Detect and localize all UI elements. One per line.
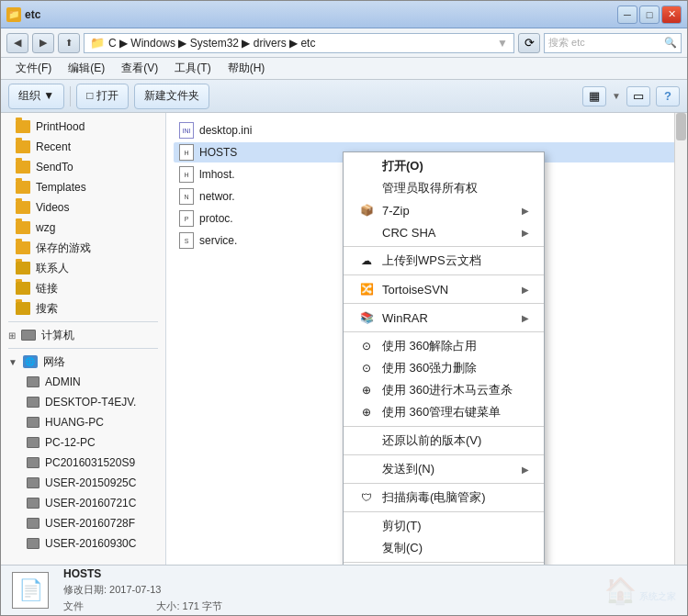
ctx-label-22: 剪切(T): [382, 518, 529, 534]
sidebar-item-desktop-t4ejv[interactable]: DESKTOP-T4EJV.: [1, 392, 165, 412]
computer-sub-icon: [27, 457, 39, 468]
file-name-lmhost: lmhost.: [199, 168, 235, 181]
computer-sub-icon: [27, 518, 39, 529]
view-button-1[interactable]: ▦: [582, 86, 606, 106]
ctx-separator-4: [344, 246, 544, 247]
sidebar-item-searches[interactable]: 搜索: [1, 298, 165, 319]
ctx-separator-24: [344, 562, 544, 563]
refresh-button[interactable]: ⟳: [518, 33, 540, 53]
sidebar-item-pc12[interactable]: PC-12-PC: [1, 432, 165, 453]
menu-file[interactable]: 文件(F): [8, 59, 59, 78]
computer-sub-icon: [27, 477, 39, 488]
organize-button[interactable]: 组织 ▼: [8, 84, 64, 109]
protoc-file-icon: P: [179, 210, 194, 227]
sidebar-label-admin: ADMIN: [45, 375, 81, 388]
menu-view[interactable]: 查看(V): [114, 59, 165, 78]
ctx-item-11[interactable]: ⊙使用 360解除占用: [344, 335, 544, 357]
open-button[interactable]: □ 打开: [76, 84, 129, 109]
address-input[interactable]: 📁 C ▶ Windows ▶ System32 ▶ drivers ▶ etc…: [84, 33, 514, 53]
up-button[interactable]: ⬆: [58, 33, 80, 53]
sidebar-label-templates: Templates: [36, 181, 86, 194]
ctx-label-11: 使用 360解除占用: [382, 338, 529, 354]
ctx-item-2[interactable]: 📦7-Zip▶: [344, 199, 544, 221]
help-button[interactable]: ?: [656, 86, 680, 106]
organize-label: 组织 ▼: [18, 88, 54, 104]
sidebar-item-recent[interactable]: Recent: [1, 137, 165, 157]
sidebar-item-wzg[interactable]: wzg: [1, 218, 165, 238]
computer-sub-icon: [27, 538, 39, 549]
sidebar-label-computer: 计算机: [41, 328, 74, 343]
ctx-label-13: 使用 360进行木马云查杀: [382, 382, 529, 398]
menu-bar: 文件(F) 编辑(E) 查看(V) 工具(T) 帮助(H): [1, 58, 687, 80]
ctx-item-23[interactable]: 复制(C): [344, 537, 544, 559]
sidebar-label-searches: 搜索: [36, 301, 58, 317]
sidebar-item-templates[interactable]: Templates: [1, 177, 165, 197]
menu-help[interactable]: 帮助(H): [220, 59, 273, 78]
search-icon: 🔍: [664, 37, 677, 49]
new-folder-button[interactable]: 新建文件夹: [134, 84, 209, 109]
ctx-item-14[interactable]: ⊕使用 360管理右键菜单: [344, 401, 544, 423]
sidebar-item-sendto[interactable]: SendTo: [1, 157, 165, 177]
sidebar-item-user20160728[interactable]: USER-20160728F: [1, 513, 165, 533]
ctx-item-0[interactable]: 打开(O): [344, 155, 544, 177]
ctx-item-13[interactable]: ⊕使用 360进行木马云查杀: [344, 379, 544, 401]
ctx-icon-0: [358, 158, 375, 174]
content-area: PrintHood Recent SendTo Templates Videos…: [1, 113, 687, 565]
close-button[interactable]: ✕: [661, 6, 682, 24]
ctx-label-14: 使用 360管理右键菜单: [382, 404, 529, 420]
ctx-icon-5: ☁: [358, 252, 375, 269]
sidebar-label-desktop: DESKTOP-T4EJV.: [45, 396, 136, 409]
computer-sub-icon: [27, 437, 39, 448]
scrollbar-track[interactable]: [674, 113, 687, 565]
ctx-item-12[interactable]: ⊙使用 360强力删除: [344, 357, 544, 379]
ctx-label-0: 打开(O): [382, 158, 529, 174]
status-size-label: 大小: 171 字节: [156, 600, 222, 611]
ctx-icon-7: 🔀: [358, 281, 375, 297]
sidebar-label-videos: Videos: [36, 201, 69, 214]
maximize-button[interactable]: □: [639, 6, 660, 24]
sidebar-item-printhood[interactable]: PrintHood: [1, 117, 165, 137]
ctx-item-18[interactable]: 发送到(N)▶: [344, 458, 544, 480]
sidebar-label-huang: HUANG-PC: [45, 416, 104, 429]
networ-file-icon: N: [179, 188, 194, 205]
ctx-icon-11: ⊙: [358, 338, 375, 354]
ctx-item-3[interactable]: CRC SHA▶: [344, 221, 544, 243]
menu-tools[interactable]: 工具(T): [167, 59, 218, 78]
ctx-item-20[interactable]: 🛡扫描病毒(电脑管家): [344, 487, 544, 509]
scrollbar-thumb[interactable]: [676, 113, 686, 140]
ctx-label-3: CRC SHA: [382, 226, 514, 240]
back-button[interactable]: ◀: [6, 33, 28, 53]
view-button-2[interactable]: ▭: [626, 86, 650, 106]
sidebar-item-computer[interactable]: ⊞ 计算机: [1, 325, 165, 345]
ctx-item-7[interactable]: 🔀TortoiseSVN▶: [344, 278, 544, 300]
ctx-item-22[interactable]: 剪切(T): [344, 515, 544, 537]
search-box[interactable]: 搜索 etc 🔍: [544, 33, 682, 53]
title-left: 📁 etc: [6, 7, 40, 22]
folder-icon: [16, 140, 30, 153]
sidebar-item-user2015[interactable]: USER-20150925C: [1, 473, 165, 493]
sidebar-item-admin[interactable]: ADMIN: [1, 372, 165, 392]
sidebar-item-network[interactable]: ▼ 🌐 网络: [1, 352, 165, 372]
ctx-item-5[interactable]: ☁上传到WPS云文档: [344, 250, 544, 272]
ctx-label-12: 使用 360强力删除: [382, 360, 529, 376]
ctx-separator-10: [344, 331, 544, 332]
toolbar: 组织 ▼ □ 打开 新建文件夹 ▦ ▼ ▭ ?: [1, 80, 687, 113]
forward-button[interactable]: ▶: [32, 33, 54, 53]
menu-edit[interactable]: 编辑(E): [61, 59, 112, 78]
sidebar-item-videos[interactable]: Videos: [1, 197, 165, 218]
sidebar-item-user20160721[interactable]: USER-20160721C: [1, 493, 165, 513]
sidebar-item-huang-pc[interactable]: HUANG-PC: [1, 412, 165, 432]
file-item-desktop-ini[interactable]: INI desktop.ini: [174, 120, 680, 140]
ctx-item-16[interactable]: 还原以前的版本(V): [344, 430, 544, 452]
ctx-item-9[interactable]: 📚WinRAR▶: [344, 307, 544, 329]
sidebar-label-wzg: wzg: [36, 221, 55, 234]
sidebar-item-pc2016[interactable]: PC2016031520S9: [1, 453, 165, 473]
sidebar-item-links[interactable]: 链接: [1, 278, 165, 298]
sidebar-item-contacts[interactable]: 联系人: [1, 258, 165, 278]
sidebar-item-saved-games[interactable]: 保存的游戏: [1, 238, 165, 258]
minimize-button[interactable]: ─: [617, 6, 637, 24]
ctx-item-1[interactable]: 管理员取得所有权: [344, 177, 544, 199]
toolbar-separator-1: [70, 86, 71, 106]
ctx-icon-16: [358, 432, 375, 449]
sidebar-item-user20160930[interactable]: USER-20160930C: [1, 533, 165, 554]
